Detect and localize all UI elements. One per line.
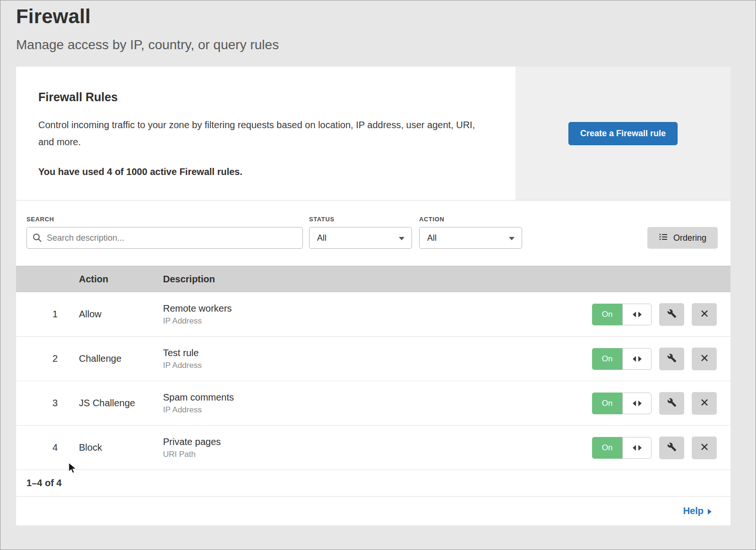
rule-name: Spam comments [163, 392, 592, 403]
rule-controls: On [592, 348, 730, 370]
rule-description: Private pages URI Path [163, 437, 592, 459]
table-header: Action Description [16, 266, 730, 292]
table-row: 4 Block Private pages URI Path On [16, 426, 730, 470]
search-label: SEARCH [26, 216, 303, 223]
rules-panel: SEARCH STATUS All A [16, 200, 730, 525]
status-select-value: All [317, 233, 326, 243]
search-icon [32, 233, 43, 245]
rules-card-description: Control incoming traffic to your zone by… [38, 116, 487, 150]
arrow-right-icon [638, 401, 642, 406]
rule-action: Allow [79, 309, 163, 320]
rule-description: Spam comments IP Address [163, 392, 592, 415]
status-select[interactable]: All [309, 227, 412, 249]
wrench-icon [667, 309, 677, 320]
rule-toggle: On [592, 348, 652, 370]
page-subtitle: Manage access by IP, country, or query r… [16, 37, 756, 52]
chevron-down-icon [399, 237, 404, 240]
close-icon [700, 354, 709, 364]
delete-rule-button[interactable] [692, 303, 717, 326]
firewall-rules-card-text: Firewall Rules Control incoming traffic … [16, 67, 515, 200]
action-select-value: All [427, 233, 437, 243]
page-title: Firewall [16, 5, 756, 28]
arrow-left-icon [633, 401, 636, 406]
help-link[interactable]: Help [683, 506, 712, 516]
help-link-label: Help [683, 506, 704, 516]
content-area: Firewall Rules Control incoming traffic … [16, 67, 730, 525]
arrow-right-icon [638, 445, 642, 451]
page-header: Firewall Manage access by IP, country, o… [0, 0, 756, 52]
wrench-icon [667, 353, 677, 364]
edit-rule-button[interactable] [659, 303, 684, 326]
rule-field: IP Address [163, 316, 592, 326]
rule-priority: 4 [16, 442, 79, 453]
edit-rule-button[interactable] [659, 348, 684, 370]
rule-priority: 1 [16, 309, 79, 320]
priority-arrows-button[interactable] [622, 304, 652, 325]
arrow-left-icon [633, 445, 636, 451]
pagination-summary: 1–4 of 4 [16, 470, 730, 496]
rule-name: Test rule [163, 348, 592, 358]
filters-bar: SEARCH STATUS All A [16, 201, 730, 266]
rule-action: Block [79, 442, 163, 453]
rule-field: URI Path [163, 450, 592, 459]
rule-action: Challenge [79, 353, 163, 364]
firewall-page: Firewall Manage access by IP, country, o… [0, 0, 756, 550]
priority-arrows-button[interactable] [622, 393, 652, 414]
edit-rule-button[interactable] [659, 437, 684, 459]
rule-name: Remote workers [163, 303, 592, 314]
rule-priority: 2 [16, 353, 79, 364]
rule-controls: On [592, 303, 730, 326]
search-input-wrap [26, 227, 303, 249]
arrow-left-icon [633, 312, 636, 317]
table-row: 3 JS Challenge Spam comments IP Address … [16, 381, 730, 426]
chevron-down-icon [509, 237, 515, 240]
rule-description: Test rule IP Address [163, 348, 592, 370]
wrench-icon [667, 442, 677, 453]
delete-rule-button[interactable] [692, 348, 717, 370]
ordering-button[interactable]: Ordering [647, 227, 718, 249]
toggle-on-button[interactable]: On [592, 304, 622, 325]
rule-toggle: On [592, 393, 652, 414]
close-icon [700, 398, 709, 408]
close-icon [700, 309, 709, 319]
edit-rule-button[interactable] [659, 392, 684, 415]
status-filter: STATUS All [309, 216, 412, 249]
toggle-on-button[interactable]: On [592, 437, 622, 459]
rule-toggle: On [592, 304, 652, 325]
header-action-column: Action [79, 274, 163, 285]
ordering-button-label: Ordering [673, 233, 706, 243]
rule-field: IP Address [163, 361, 592, 370]
rule-action: JS Challenge [79, 398, 163, 409]
rule-controls: On [592, 392, 730, 415]
firewall-rules-card: Firewall Rules Control incoming traffic … [16, 67, 730, 200]
rule-controls: On [592, 437, 730, 459]
arrow-left-icon [633, 356, 636, 362]
table-row: 2 Challenge Test rule IP Address On [16, 337, 730, 381]
priority-arrows-button[interactable] [622, 348, 652, 370]
rule-field: IP Address [163, 405, 592, 415]
status-label: STATUS [309, 216, 412, 223]
ordering-list-icon [659, 232, 668, 244]
action-label: ACTION [419, 216, 522, 223]
rule-name: Private pages [163, 437, 592, 447]
rule-description: Remote workers IP Address [163, 303, 592, 326]
close-icon [700, 443, 709, 453]
action-filter: ACTION All [419, 216, 522, 249]
table-row: 1 Allow Remote workers IP Address On [16, 292, 730, 337]
delete-rule-button[interactable] [692, 392, 717, 415]
toggle-on-button[interactable]: On [592, 348, 622, 370]
search-input[interactable] [26, 227, 303, 249]
create-firewall-rule-button[interactable]: Create a Firewall rule [568, 122, 678, 145]
rules-card-title: Firewall Rules [38, 90, 487, 104]
help-row: Help [16, 496, 730, 525]
search-filter: SEARCH [26, 216, 303, 249]
toggle-on-button[interactable]: On [592, 393, 622, 414]
header-description-column: Description [163, 274, 592, 285]
arrow-right-icon [638, 356, 642, 362]
action-select[interactable]: All [419, 227, 522, 249]
rule-priority: 3 [16, 398, 79, 409]
delete-rule-button[interactable] [692, 437, 717, 459]
priority-arrows-button[interactable] [622, 437, 652, 459]
rules-usage-text: You have used 4 of 1000 active Firewall … [38, 166, 487, 177]
create-rule-panel: Create a Firewall rule [515, 67, 730, 200]
